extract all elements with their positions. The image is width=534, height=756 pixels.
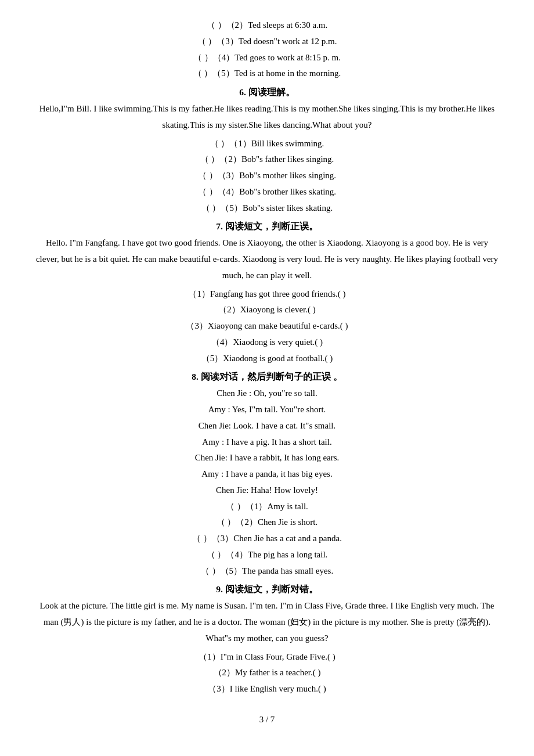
s8-q3: （ ）（3）Chen Jie has a cat and a panda. bbox=[35, 531, 499, 547]
section8-title: 8. 阅读对话，然后判断句子的正误 。 bbox=[35, 371, 499, 383]
s9-q1: （1）I"m in Class Four, Grade Five.( ) bbox=[35, 649, 499, 665]
s7-q3: （3）Xiaoyong can make beautiful e-cards.(… bbox=[35, 318, 499, 334]
s8-dialogue-3: Chen Jie: Look. I have a cat. It"s small… bbox=[35, 418, 499, 434]
page-content: （ ）（2）Ted sleeps at 6:30 a.m. （ ）（3）Ted … bbox=[35, 17, 499, 725]
s5-q3: （ ）（3）Ted doesn"t work at 12 p.m. bbox=[35, 34, 499, 50]
s6-q3: （ ）（3）Bob"s mother likes singing. bbox=[35, 168, 499, 184]
s9-q3: （3）I like English very much.( ) bbox=[35, 681, 499, 697]
s6-q4: （ ）（4）Bob"s brother likes skating. bbox=[35, 184, 499, 200]
section6-title: 6. 阅读理解。 bbox=[35, 87, 499, 99]
s7-q2: （2）Xiaoyong is clever.( ) bbox=[35, 302, 499, 318]
section6-passage: Hello,I"m Bill. I like swimming.This is … bbox=[35, 101, 499, 134]
section9-title: 9. 阅读短文，判断对错。 bbox=[35, 584, 499, 596]
s7-q4: （4）Xiaodong is very quiet.( ) bbox=[35, 334, 499, 351]
s8-q4: （ ）（4）The pig has a long tail. bbox=[35, 547, 499, 563]
s8-q2: （ ）（2）Chen Jie is short. bbox=[35, 514, 499, 531]
section7: 7. 阅读短文，判断正误。 Hello. I"m Fangfang. I hav… bbox=[35, 221, 499, 366]
s7-q1: （1）Fangfang has got three good friends.(… bbox=[35, 286, 499, 303]
s8-dialogue-4: Amy : I have a pig. It has a short tail. bbox=[35, 434, 499, 451]
s6-q1: （ ）（1）Bill likes swimming. bbox=[35, 136, 499, 152]
section8: 8. 阅读对话，然后判断句子的正误 。 Chen Jie : Oh, you"r… bbox=[35, 371, 499, 579]
section9: 9. 阅读短文，判断对错。 Look at the picture. The l… bbox=[35, 584, 499, 697]
s5-q4: （ ）（4）Ted goes to work at 8:15 p. m. bbox=[35, 50, 499, 66]
s8-dialogue-2: Amy : Yes, I"m tall. You"re short. bbox=[35, 402, 499, 418]
s8-dialogue-7: Chen Jie: Haha! How lovely! bbox=[35, 483, 499, 499]
s8-dialogue-5: Chen Jie: I have a rabbit, It has long e… bbox=[35, 450, 499, 466]
s5-q2: （ ）（2）Ted sleeps at 6:30 a.m. bbox=[35, 17, 499, 34]
s6-q5: （ ）（5）Bob"s sister likes skating. bbox=[35, 200, 499, 217]
s8-dialogue-6: Amy : I have a panda, it has big eyes. bbox=[35, 466, 499, 483]
page-number: 3 / 7 bbox=[35, 715, 499, 725]
section9-passage: Look at the picture. The little girl is … bbox=[35, 598, 499, 646]
section6: 6. 阅读理解。 Hello,I"m Bill. I like swimming… bbox=[35, 87, 499, 216]
s9-q2: （2）My father is a teacher.( ) bbox=[35, 665, 499, 681]
s8-dialogue-1: Chen Jie : Oh, you"re so tall. bbox=[35, 386, 499, 402]
s6-q2: （ ）（2）Bob"s father likes singing. bbox=[35, 152, 499, 168]
s5-q5: （ ）（5）Ted is at home in the morning. bbox=[35, 66, 499, 82]
section7-title: 7. 阅读短文，判断正误。 bbox=[35, 221, 499, 233]
section7-passage: Hello. I"m Fangfang. I have got two good… bbox=[35, 235, 499, 283]
s8-q1: （ ）（1）Amy is tall. bbox=[35, 499, 499, 515]
section5-questions: （ ）（2）Ted sleeps at 6:30 a.m. （ ）（3）Ted … bbox=[35, 17, 499, 82]
s8-q5: （ ）（5）The panda has small eyes. bbox=[35, 563, 499, 579]
s7-q5: （5）Xiaodong is good at football.( ) bbox=[35, 351, 499, 367]
